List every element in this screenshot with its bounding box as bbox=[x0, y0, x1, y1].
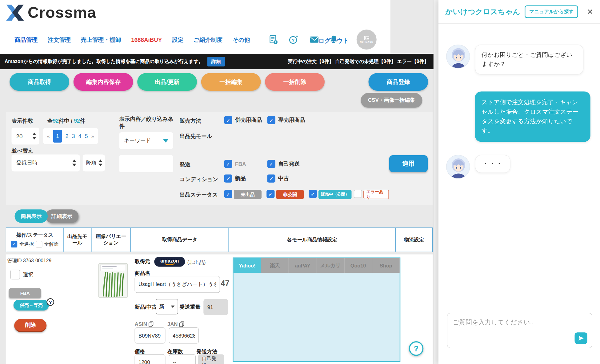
nav-settings[interactable]: 設定 bbox=[172, 37, 184, 44]
mall-tab-qoo10[interactable]: Qoo10 bbox=[345, 258, 372, 273]
nav-order-management[interactable]: 注文管理 bbox=[48, 37, 71, 44]
view-mode-tabs: 簡易表示 詳細表示 bbox=[15, 209, 79, 223]
criteria-type-select[interactable]: キーワード bbox=[119, 132, 173, 149]
mall-tab-rakuten[interactable]: 楽天 bbox=[261, 258, 289, 273]
stepper-down-icon[interactable] bbox=[32, 137, 36, 140]
save-edits-button[interactable]: 編集内容保存 bbox=[74, 73, 133, 91]
used-condition-checkbox[interactable] bbox=[267, 175, 275, 183]
status-private-checkbox[interactable] bbox=[266, 190, 274, 198]
mail-icon[interactable] bbox=[310, 36, 319, 43]
sort-field-value: 登録日時 bbox=[16, 160, 38, 167]
stepper-down-icon[interactable] bbox=[72, 164, 76, 167]
crossma-logo[interactable]: Crossma bbox=[6, 4, 96, 21]
deselect-all-checkbox[interactable] bbox=[36, 241, 42, 247]
fetch-products-button[interactable]: 商品取得 bbox=[10, 73, 69, 91]
exclusive-product-checkbox[interactable] bbox=[267, 116, 275, 124]
select-all-checkbox[interactable] bbox=[11, 241, 17, 247]
condition-select[interactable]: 新 bbox=[156, 299, 178, 315]
row-select-label: 選択 bbox=[23, 271, 34, 278]
stepper-up-icon[interactable] bbox=[32, 133, 36, 135]
copy-icon bbox=[179, 321, 184, 327]
csv-image-bulk-edit-button[interactable]: CSV・画像一括編集 bbox=[361, 93, 422, 108]
listing-mall-label: 出品先モール bbox=[180, 133, 212, 140]
help-question-icon[interactable]: ? + bbox=[289, 35, 298, 44]
status-unlisted-checkbox[interactable] bbox=[224, 190, 232, 198]
condition-value: 新 bbox=[159, 303, 165, 310]
pagination-page-2[interactable]: 2 bbox=[66, 133, 69, 139]
mall-tab-yahoo[interactable]: Yahoo! bbox=[234, 258, 261, 273]
bulk-delete-button[interactable]: 一括削除 bbox=[265, 73, 325, 91]
search-manual-button[interactable]: マニュアルから探す bbox=[525, 6, 578, 18]
delete-product-button[interactable]: 削除 bbox=[14, 319, 46, 332]
toggle-help-icon[interactable]: ? bbox=[46, 298, 54, 306]
stepper-down-icon[interactable] bbox=[98, 164, 102, 167]
nav-1688aibuy[interactable]: 1688AiBUY bbox=[131, 37, 162, 44]
tab-detail-view[interactable]: 詳細表示 bbox=[46, 209, 79, 223]
mall-tabs: Yahoo! 楽天 auPAY メルカリ Qoo10 Shop bbox=[234, 258, 400, 273]
keyword-search-input[interactable] bbox=[119, 155, 173, 172]
amazon-badge-text: amazon bbox=[160, 258, 179, 263]
floating-help-button[interactable]: ? bbox=[409, 341, 424, 356]
product-name-input[interactable] bbox=[135, 276, 220, 293]
chat-input-box bbox=[447, 313, 593, 348]
stepper-up-icon[interactable] bbox=[98, 160, 102, 162]
tab-simple-view[interactable]: 簡易表示 bbox=[15, 209, 48, 223]
register-product-button[interactable]: 商品登録 bbox=[369, 73, 428, 91]
chat-close-icon[interactable]: × bbox=[587, 6, 593, 17]
ship-method-field[interactable]: 自己発送 bbox=[198, 354, 224, 364]
exclusive-product-checkbox-group: 専売用商品 bbox=[267, 116, 305, 124]
nav-referral[interactable]: ご紹介制度 bbox=[194, 37, 222, 44]
product-table-header: 操作/ステータス 全選択 全解除 出品先モール 画像バリエーション 取得商品デー… bbox=[6, 228, 433, 252]
pagination-prev[interactable]: « bbox=[47, 133, 50, 139]
send-message-button[interactable] bbox=[575, 332, 587, 344]
status-error-checkbox[interactable] bbox=[354, 190, 362, 198]
pagination-page-5[interactable]: 5 bbox=[85, 133, 88, 139]
nav-sales-inventory[interactable]: 売上管理・棚卸 bbox=[81, 37, 121, 44]
logout-link[interactable]: ログアウト bbox=[318, 37, 349, 45]
price-input[interactable] bbox=[135, 354, 166, 364]
deselect-all-label: 全解除 bbox=[44, 241, 59, 247]
pagination-next[interactable]: » bbox=[91, 133, 94, 139]
apply-filters-button[interactable]: 適用 bbox=[389, 155, 428, 172]
mall-tab-mercari[interactable]: メルカリ bbox=[317, 258, 344, 273]
nav-product-management[interactable]: 商品管理 bbox=[15, 37, 38, 44]
self-ship-checkbox[interactable] bbox=[267, 160, 275, 168]
bulk-edit-button[interactable]: 一括編集 bbox=[201, 73, 261, 91]
jan-input[interactable] bbox=[169, 327, 199, 344]
product-admin-id: 管理ID 3763-000129 bbox=[7, 258, 51, 264]
sort-order-select[interactable]: 降順 bbox=[83, 155, 105, 172]
asin-input[interactable] bbox=[135, 327, 166, 344]
combined-product-checkbox[interactable] bbox=[224, 116, 232, 124]
shipping-weight-field[interactable]: 91 bbox=[203, 299, 228, 315]
new-condition-label: 新品 bbox=[235, 175, 246, 182]
chat-header: かいけつクロスちゃん マニュアルから探す × bbox=[438, 0, 600, 24]
pagination-page-1[interactable]: 1 bbox=[53, 130, 62, 142]
sort-field-stepper bbox=[72, 160, 76, 167]
profile-avatar-no-image[interactable]: NO IMAGE bbox=[357, 30, 377, 49]
row-select-checkbox[interactable] bbox=[10, 270, 20, 279]
stock-input[interactable] bbox=[169, 354, 196, 364]
new-condition-checkbox[interactable] bbox=[224, 175, 232, 183]
typing-indicator-bubble: ・・・ bbox=[475, 155, 510, 173]
pagination-page-3[interactable]: 3 bbox=[72, 133, 75, 139]
chat-question-input[interactable] bbox=[447, 313, 592, 348]
mall-tab-shop[interactable]: Shop bbox=[372, 258, 400, 273]
svg-text:i: i bbox=[275, 40, 276, 44]
vertical-scrollbar[interactable] bbox=[434, 0, 438, 364]
nav-others[interactable]: その他 bbox=[233, 37, 250, 44]
column-image-variation: 画像バリエーション bbox=[91, 228, 131, 252]
combined-exclusive-toggle-button[interactable]: 併売⇔専売 bbox=[14, 300, 49, 311]
mall-tab-aupay[interactable]: auPAY bbox=[289, 258, 317, 273]
sort-field-select[interactable]: 登録日時 bbox=[12, 155, 80, 172]
fba-checkbox[interactable] bbox=[224, 160, 232, 168]
status-selling-checkbox[interactable] bbox=[309, 190, 317, 198]
display-count-select[interactable]: 20 bbox=[12, 128, 39, 144]
pagination-page-4[interactable]: 4 bbox=[78, 133, 82, 139]
column-acquired-product-data: 取得商品データ bbox=[131, 228, 229, 252]
document-info-icon[interactable]: i bbox=[269, 35, 278, 44]
notice-detail-button[interactable]: 詳細 bbox=[207, 57, 225, 66]
logo-text: Crossma bbox=[28, 4, 96, 21]
publish-update-button[interactable]: 出品/更新 bbox=[137, 73, 197, 91]
total-count-text: 全92件中 / 92件 bbox=[47, 118, 86, 125]
stepper-up-icon[interactable] bbox=[72, 160, 76, 162]
